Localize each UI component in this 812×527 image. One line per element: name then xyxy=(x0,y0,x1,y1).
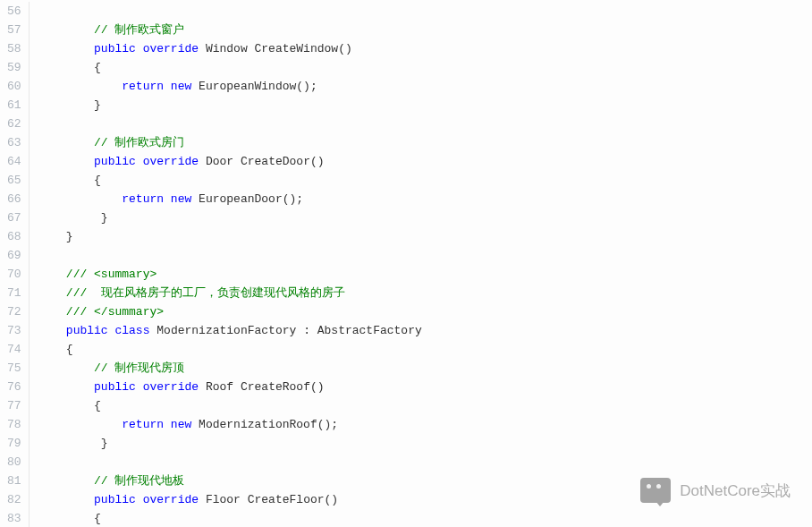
line-number: 76 xyxy=(7,378,21,396)
code-line: } xyxy=(38,96,812,115)
code-line xyxy=(38,115,812,133)
code-line: return new EuropeanWindow(); xyxy=(38,77,812,96)
code-line: } xyxy=(38,227,812,246)
line-number: 56 xyxy=(7,2,21,21)
code-line: // 制作欧式窗户 xyxy=(38,21,812,39)
line-number: 66 xyxy=(7,190,21,208)
code-line: // 制作现代房顶 xyxy=(38,359,812,378)
line-number: 75 xyxy=(7,359,21,378)
line-number: 64 xyxy=(7,152,21,171)
code-line: return new EuropeanDoor(); xyxy=(38,190,812,208)
line-number-gutter: 5657585960616263646566676869707172737475… xyxy=(0,2,30,527)
code-line: public class ModernizationFactory : Abst… xyxy=(38,321,812,340)
code-line: } xyxy=(38,208,812,227)
code-line xyxy=(38,453,812,472)
wechat-icon xyxy=(640,478,671,503)
code-line: { xyxy=(38,509,812,527)
line-number: 65 xyxy=(7,171,21,190)
code-line: public override Window CreateWindow() xyxy=(38,39,812,58)
line-number: 68 xyxy=(7,227,21,246)
line-number: 61 xyxy=(7,96,21,115)
line-number: 79 xyxy=(7,434,21,453)
line-number: 70 xyxy=(7,265,21,284)
line-number: 80 xyxy=(7,453,21,472)
code-content: // 制作欧式窗户 public override Window CreateW… xyxy=(31,2,812,527)
code-line: { xyxy=(38,396,812,415)
line-number: 73 xyxy=(7,321,21,340)
line-number: 72 xyxy=(7,302,21,321)
code-line: { xyxy=(38,58,812,77)
line-number: 69 xyxy=(7,246,21,265)
code-line: { xyxy=(38,340,812,359)
line-number: 74 xyxy=(7,340,21,359)
code-line: // 制作欧式房门 xyxy=(38,133,812,152)
code-line: public override Roof CreateRoof() xyxy=(38,378,812,396)
code-line: } xyxy=(38,434,812,453)
line-number: 58 xyxy=(7,39,21,58)
line-number: 60 xyxy=(7,77,21,96)
line-number: 77 xyxy=(7,396,21,415)
watermark-text: DotNetCore实战 xyxy=(680,481,791,500)
line-number: 62 xyxy=(7,115,21,133)
code-line: return new ModernizationRoof(); xyxy=(38,415,812,434)
code-editor: 5657585960616263646566676869707172737475… xyxy=(0,0,812,527)
line-number: 83 xyxy=(7,509,21,527)
line-number: 81 xyxy=(7,472,21,490)
code-line xyxy=(38,2,812,21)
watermark: DotNetCore实战 xyxy=(640,478,791,503)
code-line: /// 现在风格房子的工厂，负责创建现代风格的房子 xyxy=(38,284,812,302)
line-number: 57 xyxy=(7,21,21,39)
line-number: 59 xyxy=(7,58,21,77)
code-line: /// </summary> xyxy=(38,302,812,321)
line-number: 78 xyxy=(7,415,21,434)
code-line xyxy=(38,246,812,265)
code-line: { xyxy=(38,171,812,190)
code-line: public override Door CreateDoor() xyxy=(38,152,812,171)
line-number: 67 xyxy=(7,208,21,227)
line-number: 82 xyxy=(7,490,21,509)
line-number: 71 xyxy=(7,284,21,302)
line-number: 63 xyxy=(7,133,21,152)
code-line: /// <summary> xyxy=(38,265,812,284)
